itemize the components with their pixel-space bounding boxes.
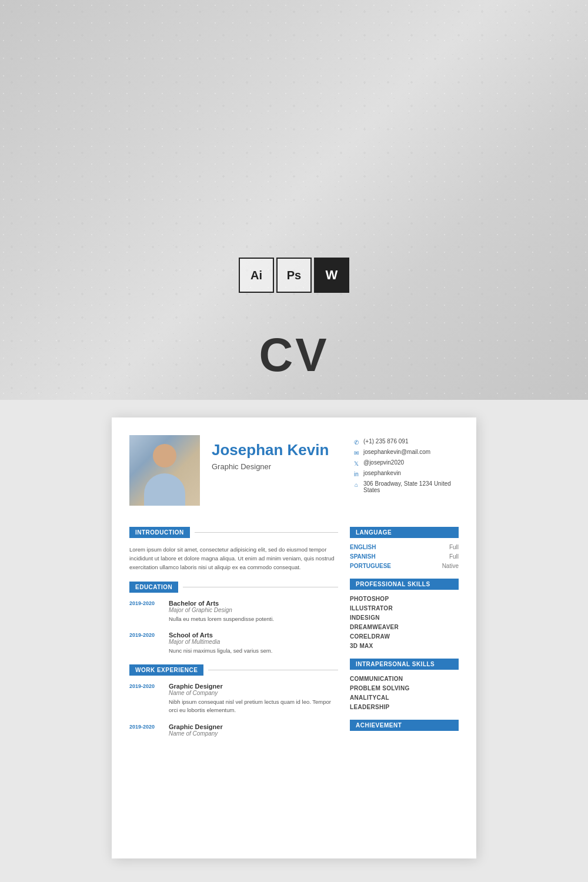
work-year-1: 2019-2020 (129, 683, 162, 715)
professional-skills-header: Professional Skills (350, 579, 459, 590)
education-year-2: 2019-2020 (129, 632, 162, 655)
skill-illustrator: ILLUSTRATOR (350, 605, 459, 612)
twitter-icon: 𝕏 (353, 460, 360, 467)
right-column: Language ENGLISH Full SPANISH Full PORTU… (350, 517, 459, 747)
work-experience-line (208, 670, 338, 670)
top-section: Ai Ps W CV (0, 0, 588, 400)
education-content-2: School of Arts Major of Multimedia Nunc … (169, 632, 272, 655)
skill-3dmax: 3D MAX (350, 643, 459, 649)
contact-area: ✆ (+1) 235 876 091 ✉ josephankevin@mail.… (353, 435, 459, 506)
education-header: Education (129, 582, 338, 593)
name-area: Josephan Kevin Graphic Designer (212, 435, 341, 506)
skill-indesign: INDESIGN (350, 614, 459, 621)
education-title: Education (129, 582, 178, 593)
word-icon: W (314, 258, 349, 293)
resume-paper: Josephan Kevin Graphic Designer ✆ (+1) 2… (112, 417, 476, 858)
avatar (129, 435, 200, 506)
photoshop-icon: Ps (276, 258, 312, 293)
candidate-title: Graphic Designer (212, 462, 341, 471)
work-year-2: 2019-2020 (129, 723, 162, 739)
skill-communication: COMMUNICATION (350, 676, 459, 682)
language-spanish: SPANISH Full (350, 553, 459, 560)
skill-problem-solving: PROBLEM SOLVING (350, 685, 459, 691)
introduction-header: Introduction (129, 527, 338, 538)
education-content-1: Bachelor of Arts Major of Graphic Design… (169, 600, 274, 623)
education-line (183, 587, 338, 587)
resume-header: Josephan Kevin Graphic Designer ✆ (+1) 2… (129, 435, 459, 506)
cv-title: CV (259, 328, 329, 382)
work-experience-header: Work Experience (129, 664, 338, 676)
skill-photoshop: PHOTOSHOP (350, 596, 459, 602)
education-year-1: 2019-2020 (129, 600, 162, 623)
introduction-line (195, 532, 338, 533)
left-column: Introduction Lorem ipsum dolor sit amet,… (129, 517, 338, 747)
work-experience-title: Work Experience (129, 664, 203, 676)
bottom-section: Josephan Kevin Graphic Designer ✆ (+1) 2… (0, 400, 588, 882)
work-content-2: Graphic Designer Name of Company (169, 723, 223, 739)
achievement-header: Achievement (350, 720, 459, 731)
work-entry-2: 2019-2020 Graphic Designer Name of Compa… (129, 723, 338, 739)
skill-dreamweaver: DREAMWEAVER (350, 624, 459, 630)
introduction-text: Lorem ipsum dolor sit amet, consectetur … (129, 545, 338, 572)
language-portuguese: PORTUGUESE Native (350, 563, 459, 569)
skill-leadership: LEADERSHIP (350, 704, 459, 710)
address-icon: ⌂ (353, 481, 360, 488)
contact-twitter: 𝕏 @josepvin2020 (353, 459, 459, 467)
introduction-title: Introduction (129, 527, 190, 538)
skill-analitycal: ANALITYCAL (350, 694, 459, 701)
linkedin-icon: in (353, 470, 360, 477)
contact-address: ⌂ 306 Broadway, State 1234 United States (353, 480, 459, 493)
illustrator-icon: Ai (239, 258, 274, 293)
skill-coreldraw: CORELDRAW (350, 633, 459, 640)
education-entry-2: 2019-2020 School of Arts Major of Multim… (129, 632, 338, 655)
work-entry-1: 2019-2020 Graphic Designer Name of Compa… (129, 683, 338, 715)
phone-icon: ✆ (353, 439, 360, 446)
contact-phone: ✆ (+1) 235 876 091 (353, 438, 459, 446)
app-icons-container: Ai Ps W (239, 258, 349, 293)
work-content-1: Graphic Designer Name of Company Nibh ip… (169, 683, 338, 715)
education-entry-1: 2019-2020 Bachelor of Arts Major of Grap… (129, 600, 338, 623)
contact-linkedin: in josephankevin (353, 470, 459, 477)
intrapersonal-skills-header: Intrapersonal Skills (350, 659, 459, 670)
language-header: Language (350, 527, 459, 538)
candidate-name: Josephan Kevin (212, 441, 341, 459)
language-english: ENGLISH Full (350, 544, 459, 550)
resume-body: Introduction Lorem ipsum dolor sit amet,… (129, 517, 459, 747)
email-icon: ✉ (353, 449, 360, 456)
contact-email: ✉ josephankevin@mail.com (353, 449, 459, 456)
